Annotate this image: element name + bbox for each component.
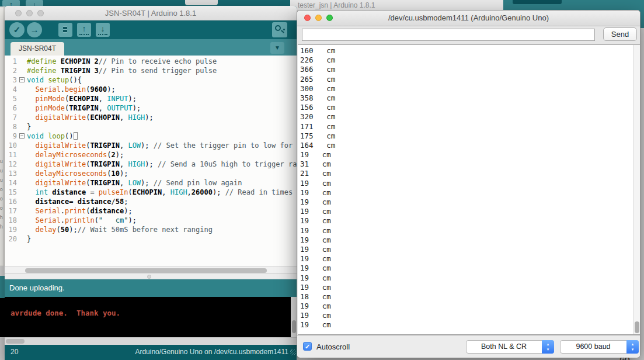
open-button[interactable]: ↑ [77, 23, 91, 37]
background-console-strip [0, 298, 5, 337]
tray-icon [79, 34, 89, 35]
save-button[interactable]: ↓ [96, 23, 110, 37]
fold-gutter [19, 169, 27, 178]
send-button[interactable]: Send [603, 27, 637, 41]
background-text-fragment: ou [0, 177, 5, 183]
code-line: 17 Serial.print(distance); [5, 206, 297, 216]
serial-send-input[interactable] [302, 29, 595, 41]
baud-rate-value: 9600 baud [561, 341, 626, 353]
tab-menu-button[interactable]: ▼ [270, 42, 284, 54]
console-scrollbar[interactable] [291, 297, 297, 337]
splitter-handle-icon [147, 275, 151, 279]
serial-bottom-bar: ✓ Autoscroll Both NL & CR ▲▼ 9600 baud ▲… [297, 335, 640, 358]
serial-titlebar[interactable]: /dev/cu.usbmodem1411 (Arduino/Genuino Un… [297, 11, 640, 26]
fold-gutter [19, 197, 27, 206]
code-text: Serial.begin(9600); [27, 85, 116, 94]
code-text: void loop() [27, 131, 78, 141]
verify-button[interactable]: ✓ [9, 22, 25, 37]
serial-row: 19 cm [300, 274, 335, 283]
background-text-fragment: oh [0, 214, 5, 220]
code-line: 4 Serial.begin(9600); [5, 85, 297, 94]
line-number: 17 [5, 206, 19, 216]
serial-row: 19 cm [300, 226, 335, 236]
magnifier-icon [275, 25, 281, 31]
serial-row: 19 cm [300, 236, 335, 245]
code-line: 9−void loop() [5, 131, 297, 141]
arduino-ide-window: JSN-SR04T | Arduino 1.8.1 ✓ → ↑ ↓ JSN-SR… [5, 6, 297, 360]
code-text: Serial.print(distance); [27, 206, 133, 216]
close-window-button[interactable] [304, 15, 311, 21]
code-line: 12 digitalWrite(TRIGPIN, HIGH); // Send … [5, 160, 297, 169]
code-text: delay(50);// Wait 50mS before next rangi… [27, 225, 213, 234]
fold-icon[interactable]: − [19, 133, 25, 139]
line-number: 6 [5, 103, 19, 113]
scrollbar-thumb[interactable] [635, 321, 639, 333]
document-icon [62, 25, 68, 34]
scrollbar-thumb[interactable] [6, 339, 25, 344]
scrollbar-thumb[interactable] [292, 320, 296, 333]
serial-row: 18 cm [300, 292, 335, 302]
console-horizontal-scrollbar[interactable] [5, 337, 297, 345]
code-line: 3−void setup(){ [5, 75, 297, 85]
up-arrow-icon: ↑ [77, 23, 91, 34]
code-editor[interactable]: 1#define ECHOPIN 2// Pin to receive echo… [5, 56, 297, 266]
editor-horizontal-scrollbar[interactable] [5, 266, 297, 274]
autoscroll-checkbox[interactable]: ✓ [303, 342, 312, 351]
serial-monitor-window: /dev/cu.usbmodem1411 (Arduino/Genuino Un… [297, 10, 640, 358]
upload-button[interactable]: → [27, 22, 42, 37]
serial-row: 175 cm [300, 131, 335, 141]
serial-scrollbar[interactable] [633, 45, 640, 334]
code-line: 1#define ECHOPIN 2// Pin to receive echo… [5, 57, 297, 66]
zoom-window-button[interactable] [37, 10, 44, 16]
code-text: digitalWrite(TRIGPIN, LOW); // Set the t… [27, 141, 293, 150]
fold-gutter [19, 57, 27, 66]
line-number: 8 [5, 122, 19, 131]
fold-gutter [19, 206, 27, 216]
code-line: 10 digitalWrite(TRIGPIN, LOW); // Set th… [5, 141, 297, 150]
code-text: digitalWrite(ECHOPIN, HIGH); [27, 113, 154, 122]
line-number: 15 [5, 188, 19, 197]
tab-jsn-sr04t[interactable]: JSN-SR04T [11, 42, 64, 56]
line-number: 5 [5, 94, 19, 103]
fold-gutter [19, 141, 27, 150]
line-number: 11 [5, 150, 19, 160]
ide-titlebar[interactable]: JSN-SR04T | Arduino 1.8.1 [5, 6, 297, 20]
ide-window-title: JSN-SR04T | Arduino 1.8.1 [5, 6, 297, 20]
check-icon: ✓ [13, 25, 21, 34]
resize-grip-icon[interactable] [290, 349, 296, 355]
minimize-window-button[interactable] [315, 15, 322, 21]
serial-monitor-button[interactable] [272, 22, 287, 37]
line-number: 10 [5, 141, 19, 150]
fold-icon[interactable]: − [19, 77, 25, 82]
line-number: 14 [5, 178, 19, 188]
code-text: pinMode(ECHOPIN, INPUT); [27, 94, 137, 103]
zoom-window-button[interactable] [326, 15, 333, 21]
line-number: 3 [5, 75, 19, 85]
stepper-icon: ▲▼ [542, 340, 554, 354]
code-line: 8} [5, 122, 297, 131]
serial-row: 300 cm [300, 84, 335, 94]
serial-row: 19 cm [300, 311, 335, 320]
editor-console-splitter[interactable] [5, 274, 297, 279]
serial-row: 265 cm [300, 75, 335, 84]
serial-output-area[interactable]: 160 cm226 cm366 cm265 cm300 cm358 cm156 … [298, 44, 640, 335]
scrollbar-thumb[interactable] [25, 268, 267, 273]
line-ending-dropdown[interactable]: Both NL & CR ▲▼ [466, 340, 554, 354]
line-number: 2 [5, 66, 19, 75]
minimize-window-button[interactable] [26, 10, 33, 16]
serial-row: 171 cm [300, 122, 335, 131]
background-editor-strip: ouououwowowoohoh [0, 7, 5, 266]
background-strip [0, 337, 5, 360]
fold-gutter [19, 103, 27, 113]
close-window-button[interactable] [15, 10, 22, 16]
desktop: ↑ ↓ tester_jsn | Arduino 1.8.1 ouououwow… [0, 0, 644, 360]
code-line: 2#define TRIGPIN 3// Pin to send trigger… [5, 66, 297, 75]
fold-gutter [19, 234, 27, 244]
magnifier-dot [283, 29, 285, 30]
baud-rate-dropdown[interactable]: 9600 baud ▲▼ [560, 340, 639, 354]
background-text-fragment: ou [0, 168, 5, 174]
serial-row: 366 cm [300, 65, 335, 74]
line-number: 16 [5, 197, 19, 206]
serial-row: 19 cm [300, 216, 335, 226]
new-sketch-button[interactable] [58, 23, 72, 37]
